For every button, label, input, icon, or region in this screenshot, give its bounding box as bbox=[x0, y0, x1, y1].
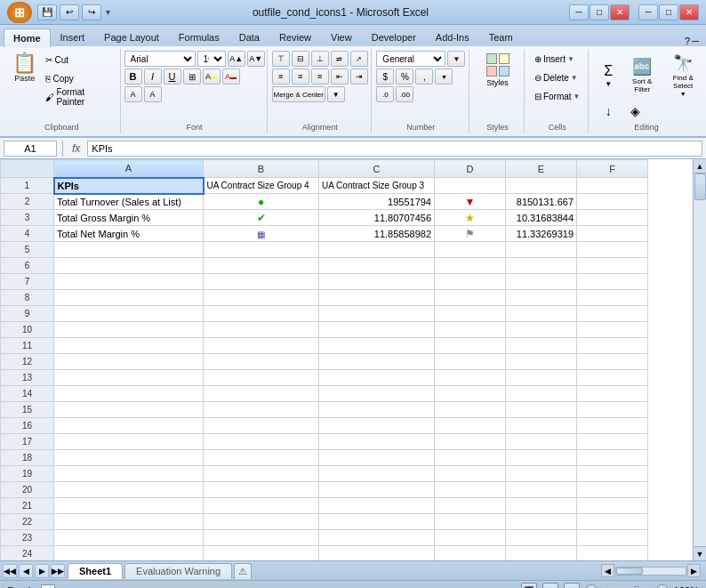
office-button[interactable]: ⊞ bbox=[7, 2, 32, 23]
h-scroll-right-btn[interactable]: ▶ bbox=[687, 564, 701, 577]
cell-E1[interactable] bbox=[506, 178, 577, 194]
increase-decimal-btn[interactable]: .00 bbox=[396, 86, 413, 102]
cell-B5[interactable] bbox=[204, 242, 319, 258]
sheet-nav-last[interactable]: ▶▶ bbox=[51, 564, 65, 578]
col-header-B[interactable]: B bbox=[204, 160, 319, 178]
status-page-icon[interactable]: 📄 bbox=[41, 584, 55, 589]
cut-button[interactable]: ✂Cut bbox=[42, 51, 114, 68]
col-header-D[interactable]: D bbox=[435, 160, 506, 178]
tab-insert[interactable]: Insert bbox=[51, 27, 95, 46]
cell-reference-box[interactable] bbox=[4, 141, 57, 157]
quick-save-btn[interactable]: 💾 bbox=[37, 4, 57, 20]
copy-button[interactable]: ⎘Copy bbox=[42, 69, 114, 87]
align-bottom-btn[interactable]: ⊥ bbox=[311, 51, 329, 67]
orientation-btn[interactable]: ↗ bbox=[350, 51, 368, 67]
h-scroll-left-btn[interactable]: ◀ bbox=[601, 564, 614, 577]
cell-E3[interactable]: 10.31683844 bbox=[506, 210, 577, 226]
cell-F3[interactable] bbox=[577, 210, 648, 226]
number-format-select[interactable]: General bbox=[376, 51, 445, 67]
clear-button[interactable]: ◈ bbox=[622, 101, 647, 121]
scroll-thumb[interactable] bbox=[694, 173, 706, 200]
align-middle-btn[interactable]: ⊟ bbox=[292, 51, 309, 67]
cell-D3[interactable]: ★ bbox=[435, 210, 506, 226]
wrap-text-btn[interactable]: ⇌ bbox=[331, 51, 349, 67]
quick-undo-btn[interactable]: ↩ bbox=[60, 4, 79, 20]
merge-arrow-btn[interactable]: ▼ bbox=[327, 86, 345, 102]
cell-D2[interactable]: ▼ bbox=[435, 194, 506, 210]
align-top-btn[interactable]: ⊤ bbox=[272, 51, 290, 67]
tab-formulas[interactable]: Formulas bbox=[169, 27, 229, 46]
tab-team[interactable]: Team bbox=[479, 27, 523, 46]
h-scrollbar[interactable]: ◀ ▶ bbox=[601, 564, 701, 577]
cell-B4[interactable]: ▦ bbox=[204, 226, 319, 242]
zoom-in-btn[interactable]: + bbox=[656, 584, 669, 589]
cell-E4[interactable]: 11.33269319 bbox=[506, 226, 577, 242]
sort-filter-button[interactable]: 🔤 Sort &Filter bbox=[622, 54, 662, 96]
decrease-decimal-btn[interactable]: .0 bbox=[376, 86, 394, 102]
grid-container[interactable]: A B C D E F 1 KPIs UA Contract Size Grou… bbox=[0, 159, 693, 560]
bold-button[interactable]: B bbox=[124, 68, 142, 85]
cell-D5[interactable] bbox=[435, 242, 506, 258]
close-button[interactable]: ✕ bbox=[610, 4, 630, 20]
format-button[interactable]: ⊟ Format ▼ bbox=[531, 88, 584, 105]
col-header-A[interactable]: A bbox=[54, 160, 204, 178]
sheet-nav-prev[interactable]: ◀ bbox=[19, 564, 33, 578]
col-header-C[interactable]: C bbox=[319, 160, 435, 178]
page-layout-view-btn[interactable]: ▦ bbox=[542, 583, 558, 589]
quick-redo-btn[interactable]: ↪ bbox=[82, 4, 101, 20]
tab-review[interactable]: Review bbox=[269, 27, 321, 46]
help-btn[interactable]: ? bbox=[685, 36, 690, 46]
decrease-font-btn[interactable]: A▼ bbox=[247, 51, 265, 67]
app-close-button[interactable]: ✕ bbox=[679, 4, 699, 20]
zoom-out-btn[interactable]: ─ bbox=[585, 584, 598, 589]
comma-btn[interactable]: , bbox=[415, 68, 433, 85]
currency-arrow-btn[interactable]: ▼ bbox=[435, 68, 453, 85]
cell-F4[interactable] bbox=[577, 226, 648, 242]
tab-home[interactable]: Home bbox=[4, 28, 51, 48]
vertical-scrollbar[interactable]: ▲ ▼ bbox=[693, 159, 706, 560]
increase-indent-btn[interactable]: ⇥ bbox=[350, 68, 368, 85]
paste-button[interactable]: 📋 Paste bbox=[9, 51, 40, 85]
cell-C1[interactable]: UA Contract Size Group 3 bbox=[319, 178, 435, 194]
cell-A4[interactable]: Total Net Margin % bbox=[54, 226, 204, 242]
find-select-button[interactable]: 🔭 Find &Select ▼ bbox=[663, 51, 702, 100]
increase-font-btn[interactable]: A▲ bbox=[228, 51, 245, 67]
app-minimize-button[interactable]: ─ bbox=[638, 4, 658, 20]
cell-A5[interactable] bbox=[54, 242, 204, 258]
scroll-track[interactable] bbox=[694, 173, 706, 546]
maximize-button[interactable]: □ bbox=[590, 4, 609, 20]
autosum-button[interactable]: Σ ▼ bbox=[596, 60, 621, 91]
font-extra1[interactable]: A bbox=[124, 86, 142, 102]
grid-scroll[interactable]: A B C D E F 1 KPIs UA Contract Size Grou… bbox=[0, 159, 693, 560]
tab-data[interactable]: Data bbox=[229, 27, 269, 46]
cell-A2[interactable]: Total Turnover (Sales at List) bbox=[54, 194, 204, 210]
tab-add-ins[interactable]: Add-Ins bbox=[426, 27, 479, 46]
fill-color-btn[interactable]: A▬ bbox=[203, 68, 221, 85]
cell-A3[interactable]: Total Gross Margin % bbox=[54, 210, 204, 226]
cell-F5[interactable] bbox=[577, 242, 648, 258]
font-extra2[interactable]: A bbox=[144, 86, 162, 102]
zoom-level[interactable]: 100% bbox=[674, 585, 699, 589]
border-button[interactable]: ⊞ bbox=[183, 68, 201, 85]
cell-B3[interactable]: ✔ bbox=[204, 210, 319, 226]
scroll-down-btn[interactable]: ▼ bbox=[694, 546, 707, 560]
format-painter-button[interactable]: 🖌Format Painter bbox=[42, 88, 114, 106]
number-format-btn[interactable]: ▼ bbox=[447, 51, 465, 67]
cell-C2[interactable]: 19551794 bbox=[319, 194, 435, 210]
align-center-btn[interactable]: ≡ bbox=[292, 68, 309, 85]
merge-btn[interactable]: Merge & Center bbox=[272, 86, 325, 102]
cell-A1[interactable]: KPIs bbox=[54, 178, 204, 194]
sheet-nav-next[interactable]: ▶ bbox=[35, 564, 49, 578]
quick-access-arrow[interactable]: ▼ bbox=[104, 8, 112, 17]
cell-E2[interactable]: 8150131.667 bbox=[506, 194, 577, 210]
minimize-button[interactable]: ─ bbox=[569, 4, 589, 20]
align-left-btn[interactable]: ≡ bbox=[272, 68, 290, 85]
cell-C3[interactable]: 11.80707456 bbox=[319, 210, 435, 226]
align-right-btn[interactable]: ≡ bbox=[311, 68, 329, 85]
fill-button[interactable]: ↓ bbox=[596, 101, 621, 121]
cell-C5[interactable] bbox=[319, 242, 435, 258]
sheet-tab-sheet1[interactable]: Sheet1 bbox=[68, 563, 123, 579]
page-break-view-btn[interactable]: ⊡ bbox=[564, 583, 580, 589]
normal-view-btn[interactable]: ⬛ bbox=[521, 583, 537, 589]
formula-input[interactable] bbox=[87, 141, 702, 157]
